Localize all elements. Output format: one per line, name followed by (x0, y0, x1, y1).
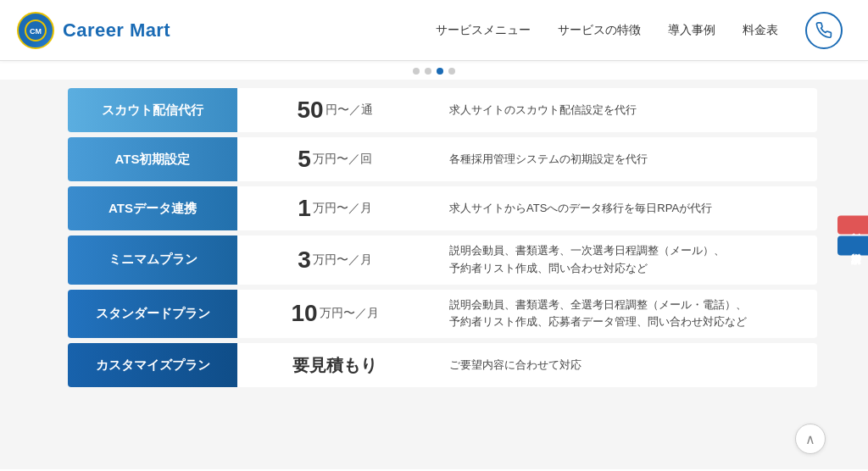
pricing-label-1: スカウト配信代行 (68, 88, 237, 132)
dot-2[interactable] (425, 68, 431, 75)
pricing-price-1: 50 円〜／通 (237, 88, 432, 132)
logo-icon: CM (17, 12, 54, 49)
pricing-unit-1: 円〜／通 (326, 103, 373, 118)
pricing-row-custom: カスタマイズプラン 要見積もり ご要望内容に合わせて対応 (68, 343, 817, 387)
pricing-unit-4: 万円〜／月 (313, 252, 372, 268)
main-nav: サービスメニュー サービスの特徴 導入事例 料金表 (436, 12, 843, 49)
dots-navigation (0, 61, 868, 80)
document-request-button[interactable]: 資料請求 (837, 236, 868, 255)
side-buttons: 無料相談 資料請求 (837, 216, 868, 256)
pricing-label-4: ミニマムプラン (68, 236, 237, 285)
chevron-up-icon: ∧ (805, 431, 815, 447)
pricing-label-6: カスタマイズプラン (68, 343, 237, 387)
consultation-button[interactable]: 無料相談 (837, 216, 868, 235)
pricing-bignum-1: 50 (297, 97, 323, 124)
pricing-unit-2: 万円〜／回 (313, 152, 372, 167)
phone-button[interactable] (805, 12, 843, 49)
pricing-label-3: ATSデータ連携 (68, 186, 237, 230)
pricing-row-ats-data: ATSデータ連携 1 万円〜／月 求人サイトからATSへのデータ移行を毎日RPA… (68, 186, 817, 230)
pricing-price-2: 5 万円〜／回 (237, 137, 432, 181)
site-title: Career Mart (63, 19, 170, 42)
pricing-desc-2: 各種採用管理システムの初期設定を代行 (432, 137, 817, 181)
nav-item-service-menu[interactable]: サービスメニュー (436, 23, 531, 38)
nav-item-features[interactable]: サービスの特徴 (558, 23, 641, 38)
pricing-label-2: ATS初期設定 (68, 137, 237, 181)
nav-item-pricing[interactable]: 料金表 (743, 23, 778, 38)
pricing-desc-3: 求人サイトからATSへのデータ移行を毎日RPAが代行 (432, 186, 817, 230)
pricing-bignum-5: 10 (291, 300, 317, 327)
dot-3[interactable] (437, 68, 443, 75)
svg-text:CM: CM (30, 27, 42, 36)
pricing-bignum-3: 1 (298, 195, 311, 222)
dot-4[interactable] (448, 68, 455, 75)
pricing-price-6: 要見積もり (237, 343, 432, 387)
pricing-row-minimal: ミニマムプラン 3 万円〜／月 説明会動員、書類選考、一次選考日程調整（メール）… (68, 236, 817, 285)
pricing-label-5: スタンダードプラン (68, 290, 237, 339)
pricing-row-standard: スタンダードプラン 10 万円〜／月 説明会動員、書類選考、全選考日程調整（メー… (68, 290, 817, 339)
main-content: スカウト配信代行 50 円〜／通 求人サイトのスカウト配信設定を代行 ATS初期… (0, 80, 868, 469)
header: CM Career Mart サービスメニュー サービスの特徴 導入事例 料金表 (0, 0, 868, 61)
nav-item-cases[interactable]: 導入事例 (668, 23, 715, 38)
pricing-row-scout: スカウト配信代行 50 円〜／通 求人サイトのスカウト配信設定を代行 (68, 88, 817, 132)
logo-area: CM Career Mart (17, 12, 170, 49)
pricing-bignum-4: 3 (298, 247, 311, 274)
pricing-special-6: 要見積もり (292, 354, 377, 377)
pricing-price-5: 10 万円〜／月 (237, 290, 432, 339)
pricing-price-3: 1 万円〜／月 (237, 186, 432, 230)
pricing-desc-1: 求人サイトのスカウト配信設定を代行 (432, 88, 817, 132)
dot-1[interactable] (413, 68, 420, 75)
scroll-top-button[interactable]: ∧ (795, 424, 826, 454)
pricing-unit-5: 万円〜／月 (320, 306, 379, 321)
pricing-price-4: 3 万円〜／月 (237, 236, 432, 285)
pricing-row-ats-setup: ATS初期設定 5 万円〜／回 各種採用管理システムの初期設定を代行 (68, 137, 817, 181)
pricing-unit-3: 万円〜／月 (313, 201, 372, 216)
pricing-desc-6: ご要望内容に合わせて対応 (432, 343, 817, 387)
pricing-desc-4: 説明会動員、書類選考、一次選考日程調整（メール）、予約者リスト作成、問い合わせ対… (432, 236, 817, 285)
pricing-bignum-2: 5 (298, 146, 311, 173)
pricing-desc-5: 説明会動員、書類選考、全選考日程調整（メール・電話）、予約者リスト作成、応募者デ… (432, 290, 817, 339)
